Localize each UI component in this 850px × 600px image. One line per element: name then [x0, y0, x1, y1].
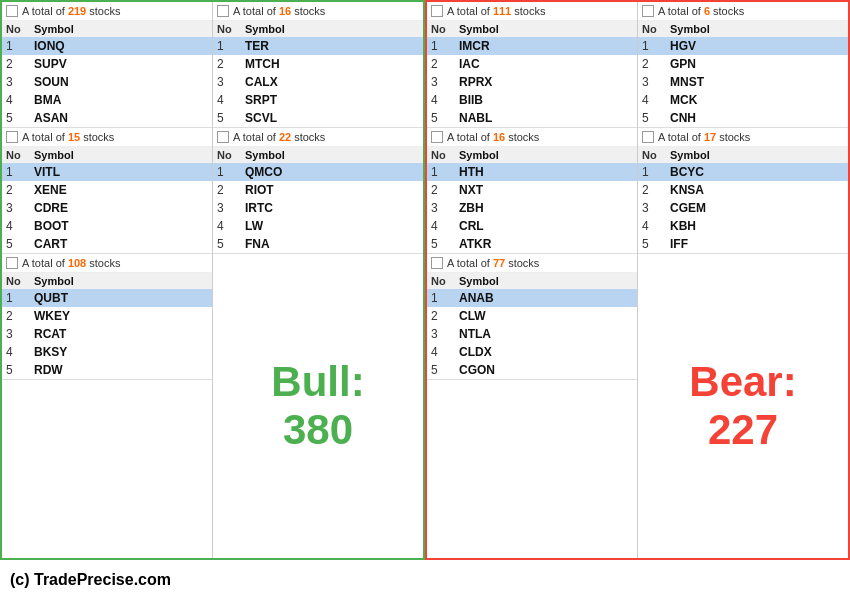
bull-column-2: A total of 16 stocks No Symbol 1TER 2MTC… — [213, 2, 423, 558]
section-icon — [431, 257, 443, 269]
table-row: 3IRTC — [213, 199, 423, 217]
section-icon — [431, 131, 443, 143]
table-row: 1ANAB — [427, 289, 637, 307]
table-row: 5CNH — [638, 109, 848, 127]
table-row: 3NTLA — [427, 325, 637, 343]
table-row: 1HGV — [638, 37, 848, 55]
table-header: No Symbol — [213, 147, 423, 163]
table-row: 4BKSY — [2, 343, 212, 361]
section-icon — [6, 257, 18, 269]
table-row: 4LW — [213, 217, 423, 235]
table-row: 4MCK — [638, 91, 848, 109]
table-row: 1QMCO — [213, 163, 423, 181]
table-header: No Symbol — [427, 21, 637, 37]
table-row: 4CRL — [427, 217, 637, 235]
table-row: 5IFF — [638, 235, 848, 253]
bull-column-1: A total of 219 stocks No Symbol 1IONQ 2S… — [2, 2, 213, 558]
table-row: 1QUBT — [2, 289, 212, 307]
table-row: 2XENE — [2, 181, 212, 199]
table-row: 2NXT — [427, 181, 637, 199]
footer: (c) TradePrecise.com — [0, 560, 850, 600]
table-row: 4BOOT — [2, 217, 212, 235]
bear-section-111: A total of 111 stocks No Symbol 1IMCR 2I… — [427, 2, 637, 128]
section-icon — [217, 131, 229, 143]
bear-panel-inner: A total of 111 stocks No Symbol 1IMCR 2I… — [427, 2, 848, 558]
table-header: No Symbol — [427, 147, 637, 163]
bear-section-77: A total of 77 stocks No Symbol 1ANAB 2CL… — [427, 254, 637, 380]
bull-section-219-header: A total of 219 stocks — [2, 2, 212, 21]
table-row: 2WKEY — [2, 307, 212, 325]
bear-column-2: A total of 6 stocks No Symbol 1HGV 2GPN … — [638, 2, 848, 558]
table-header: No Symbol — [2, 21, 212, 37]
bull-section-219: A total of 219 stocks No Symbol 1IONQ 2S… — [2, 2, 212, 128]
table-header: No Symbol — [427, 273, 637, 289]
bear-total-label: Bear: 227 — [638, 254, 848, 558]
table-row: 4SRPT — [213, 91, 423, 109]
table-row: 3SOUN — [2, 73, 212, 91]
table-row: 4KBH — [638, 217, 848, 235]
bear-section-6-header: A total of 6 stocks — [638, 2, 848, 21]
table-row: 3CDRE — [2, 199, 212, 217]
table-row: 2KNSA — [638, 181, 848, 199]
table-row: 3RCAT — [2, 325, 212, 343]
table-row: 2SUPV — [2, 55, 212, 73]
bear-section-16: A total of 16 stocks No Symbol 1HTH 2NXT… — [427, 128, 637, 254]
table-row: 2RIOT — [213, 181, 423, 199]
table-row: 5CART — [2, 235, 212, 253]
table-row: 2MTCH — [213, 55, 423, 73]
bull-section-108: A total of 108 stocks No Symbol 1QUBT 2W… — [2, 254, 212, 380]
table-row: 3RPRX — [427, 73, 637, 91]
table-row: 5NABL — [427, 109, 637, 127]
bull-section-15-header: A total of 15 stocks — [2, 128, 212, 147]
bull-panel: A total of 219 stocks No Symbol 1IONQ 2S… — [0, 0, 425, 560]
bear-panel: A total of 111 stocks No Symbol 1IMCR 2I… — [425, 0, 850, 560]
bull-section-15: A total of 15 stocks No Symbol 1VITL 2XE… — [2, 128, 212, 254]
bear-section-16-header: A total of 16 stocks — [427, 128, 637, 147]
section-icon — [642, 5, 654, 17]
bear-section-17-header: A total of 17 stocks — [638, 128, 848, 147]
bear-section-77-header: A total of 77 stocks — [427, 254, 637, 273]
bear-column-1: A total of 111 stocks No Symbol 1IMCR 2I… — [427, 2, 638, 558]
table-row: 2GPN — [638, 55, 848, 73]
table-row: 5RDW — [2, 361, 212, 379]
table-row: 3MNST — [638, 73, 848, 91]
section-icon — [6, 131, 18, 143]
table-row: 1TER — [213, 37, 423, 55]
bull-section-22-header: A total of 22 stocks — [213, 128, 423, 147]
bull-total-label: Bull: 380 — [213, 254, 423, 558]
table-header: No Symbol — [638, 21, 848, 37]
table-row: 3CGEM — [638, 199, 848, 217]
section-icon — [6, 5, 18, 17]
bear-section-111-header: A total of 111 stocks — [427, 2, 637, 21]
table-row: 1IMCR — [427, 37, 637, 55]
main-container: A total of 219 stocks No Symbol 1IONQ 2S… — [0, 0, 850, 560]
table-row: 2IAC — [427, 55, 637, 73]
table-row: 1HTH — [427, 163, 637, 181]
table-row: 5ATKR — [427, 235, 637, 253]
bull-panel-inner: A total of 219 stocks No Symbol 1IONQ 2S… — [2, 2, 423, 558]
table-header: No Symbol — [2, 147, 212, 163]
table-row: 3CALX — [213, 73, 423, 91]
table-header: No Symbol — [213, 21, 423, 37]
table-row: 5CGON — [427, 361, 637, 379]
footer-text: (c) TradePrecise.com — [10, 571, 171, 589]
bear-section-17: A total of 17 stocks No Symbol 1BCYC 2KN… — [638, 128, 848, 254]
table-row: 1VITL — [2, 163, 212, 181]
table-row: 1IONQ — [2, 37, 212, 55]
section-icon — [217, 5, 229, 17]
table-row: 1BCYC — [638, 163, 848, 181]
table-header: No Symbol — [2, 273, 212, 289]
table-row: 2CLW — [427, 307, 637, 325]
table-row: 5FNA — [213, 235, 423, 253]
table-row: 4BMA — [2, 91, 212, 109]
bull-section-108-header: A total of 108 stocks — [2, 254, 212, 273]
bull-section-16: A total of 16 stocks No Symbol 1TER 2MTC… — [213, 2, 423, 128]
table-row: 4BIIB — [427, 91, 637, 109]
section-icon — [431, 5, 443, 17]
table-row: 4CLDX — [427, 343, 637, 361]
table-header: No Symbol — [638, 147, 848, 163]
bull-section-22: A total of 22 stocks No Symbol 1QMCO 2RI… — [213, 128, 423, 254]
table-row: 3ZBH — [427, 199, 637, 217]
table-row: 5SCVL — [213, 109, 423, 127]
section-icon — [642, 131, 654, 143]
